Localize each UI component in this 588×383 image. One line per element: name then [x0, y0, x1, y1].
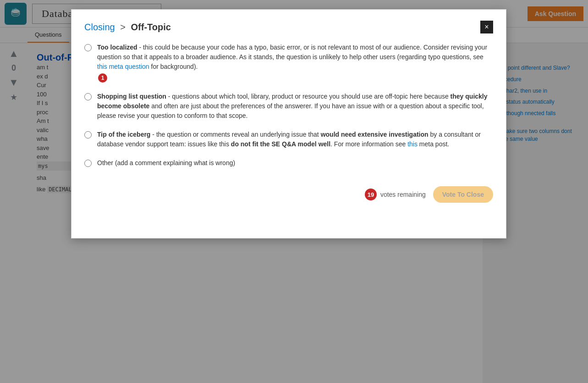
option-shopping-body2: and often are just about the preferences… [97, 102, 484, 119]
option-iceberg-text: Tip of the iceberg - the question or com… [97, 130, 493, 149]
modal-footer: 19 votes remaining Vote To Close [84, 186, 493, 203]
modal-overlay: Closing > Off-Topic × Too localized - th… [0, 0, 588, 383]
option-shopping-body: - questions about which tool, library, p… [166, 93, 451, 100]
option-iceberg-bold2: do not fit the SE Q&A model well [231, 140, 330, 148]
option-shopping-radio[interactable] [84, 93, 92, 100]
option-iceberg-after: . For more information see [330, 140, 407, 148]
option-too-localized-radio[interactable] [84, 44, 92, 51]
votes-remaining-label: votes remaining [380, 191, 426, 198]
option-iceberg-title: Tip of the iceberg [97, 131, 150, 138]
votes-remaining-badge: 19 [365, 189, 377, 200]
option-shopping-text: Shopping list question - questions about… [97, 92, 493, 121]
option-other-body: Other (add a comment explaining what is … [97, 159, 235, 167]
option-shopping: Shopping list question - questions about… [84, 92, 493, 121]
modal-title-offtopic: Off-Topic [131, 22, 171, 32]
close-dialog: Closing > Off-Topic × Too localized - th… [71, 9, 506, 239]
option-too-localized-text: Too localized - this could be because yo… [97, 43, 493, 83]
meta-question-link[interactable]: this meta question [97, 63, 149, 70]
vote-to-close-button[interactable]: Vote To Close [433, 186, 493, 203]
modal-title-separator: > [120, 22, 128, 32]
option-too-localized-title: Too localized [97, 44, 137, 51]
option-iceberg-radio[interactable] [84, 131, 92, 139]
modal-close-button[interactable]: × [480, 21, 493, 33]
option-too-localized-after: for background). [149, 63, 198, 70]
comment-count-badge: 1 [98, 73, 107, 83]
option-iceberg-body: - the question or comments reveal an und… [150, 131, 320, 138]
option-other-text: Other (add a comment explaining what is … [97, 158, 235, 168]
option-iceberg-end: meta post. [418, 140, 449, 148]
iceberg-meta-link[interactable]: this [407, 140, 418, 148]
option-list: Too localized - this could be because yo… [84, 43, 493, 168]
option-iceberg-bold1: would need extensive investigation [321, 131, 429, 138]
option-iceberg: Tip of the iceberg - the question or com… [84, 130, 493, 149]
votes-remaining: 19 votes remaining [365, 189, 426, 200]
option-other: Other (add a comment explaining what is … [84, 158, 493, 168]
modal-title-closing: Closing [84, 22, 115, 32]
modal-title: Closing > Off-Topic [84, 22, 171, 33]
page-background: Database Administrators Ask Question Que… [0, 0, 588, 383]
modal-header: Closing > Off-Topic × [84, 21, 493, 33]
option-too-localized-body: - this could be because your code has a … [97, 44, 487, 61]
option-other-radio[interactable] [84, 160, 92, 167]
option-shopping-title: Shopping list question [97, 93, 166, 100]
option-too-localized: Too localized - this could be because yo… [84, 43, 493, 83]
